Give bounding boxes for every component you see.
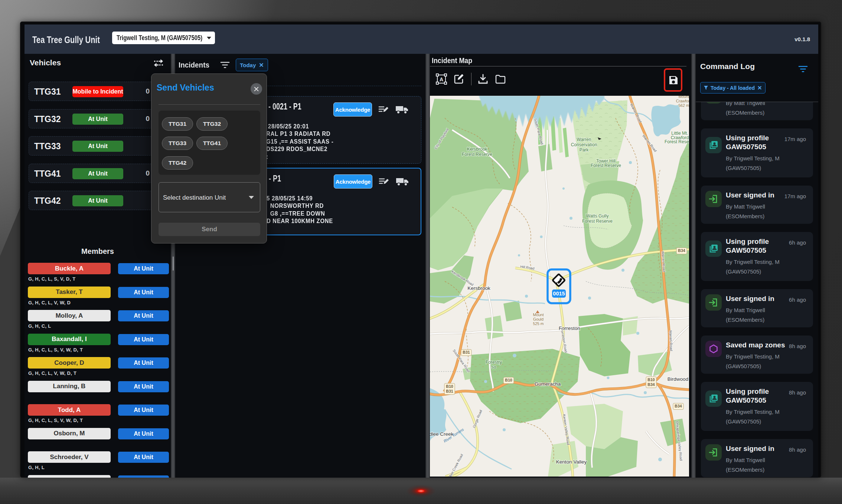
profile-selector[interactable]: Trigwell Testing, M (GAW507505) (112, 32, 215, 44)
select-text-tool-icon[interactable]: A (436, 73, 447, 85)
map-label: Warren Road (669, 330, 673, 351)
command-log-panel: Command Log Today - All loaded ✕ By Matt… (696, 54, 818, 478)
map-panel-title: Incident Map (432, 56, 472, 65)
vehicle-status-chip[interactable]: At Unit (72, 168, 123, 179)
vehicle-row[interactable]: TTG42 At Unit (29, 191, 167, 210)
log-entry-time: 6h ago (789, 239, 806, 246)
log-entry-by: By Matt Trigwell(ESOMembers) (726, 102, 785, 118)
log-entry-title: User signed in (726, 294, 785, 303)
vehicles-members-panel: Vehicles TTG31 Mobile to Incident 0TTG32… (25, 54, 171, 478)
member-name-chip[interactable]: Tasker, T (28, 287, 111, 298)
folder-icon[interactable] (495, 73, 506, 85)
member-name-chip[interactable]: Cooper, D (28, 357, 111, 369)
truck-icon[interactable] (396, 177, 409, 187)
send-vehicles-title: Send Vehicles (157, 83, 214, 93)
log-entry[interactable]: Using profile GAW507505 By Trigwell Test… (701, 382, 813, 431)
incidents-today-chip[interactable]: Today ✕ (236, 59, 268, 71)
member-row: Osborn, M At Unit (25, 428, 171, 451)
log-filter-chip[interactable]: Today - All loaded ✕ (700, 82, 766, 94)
vehicle-status-chip[interactable]: Mobile to Incident (72, 86, 123, 97)
member-name-chip[interactable]: Lanning, B (28, 381, 111, 392)
vehicle-row[interactable]: TTG33 At Unit (29, 136, 167, 156)
member-status-button[interactable]: At Unit (118, 405, 169, 416)
member-name-chip[interactable]: Molloy, A (28, 310, 111, 321)
member-qualifications: G, H, C, L, V, W, D (28, 300, 71, 305)
member-name-chip[interactable]: Baxandall, I (28, 334, 111, 345)
incident-map[interactable]: KersbrookForrestonGumerachaBirdwoodKento… (430, 96, 689, 477)
svg-text:B31: B31 (463, 350, 470, 354)
vehicle-name: TTG31 (34, 87, 61, 97)
caret-down-icon (207, 37, 211, 39)
member-name-chip[interactable]: Schroeder, V (28, 451, 111, 463)
vehicle-status-chip[interactable]: At Unit (72, 114, 123, 125)
login-icon (705, 102, 722, 104)
send-button[interactable]: Send (159, 223, 260, 236)
log-entry[interactable]: User signed in By Matt Trigwell(ESOMembe… (701, 289, 813, 327)
member-status-button[interactable]: At Unit (118, 381, 169, 392)
vehicle-status-chip[interactable]: At Unit (72, 195, 123, 206)
truck-icon[interactable] (395, 105, 409, 115)
log-entry[interactable]: Using profile GAW507505 By Trigwell Test… (701, 128, 813, 177)
vehicle-select-chip[interactable]: TTG42 (162, 156, 193, 170)
vehicle-chip-container: TTG31TTG32TTG33TTG41TTG42 (159, 111, 260, 175)
member-row: Todd, A At Unit G, H, C, L, S, V, W, D, … (25, 404, 171, 428)
panel-resizer-2[interactable] (425, 54, 430, 478)
save-map-button-highlighted[interactable] (664, 68, 682, 92)
member-name-chip[interactable]: Buckle, A (28, 263, 111, 274)
vehicle-select-chip[interactable]: TTG31 (162, 117, 193, 131)
log-filter-chip-close-icon[interactable]: ✕ (757, 85, 762, 91)
map-label: Watts GullyForest Reserve (582, 213, 613, 224)
log-entry[interactable]: User signed in By Matt Trigwell(ESOMembe… (701, 186, 813, 224)
profile-icon (705, 137, 722, 153)
member-status-button[interactable]: At Unit (118, 263, 169, 274)
incidents-filter-icon[interactable] (220, 61, 230, 69)
member-row: Baxandall, I At Unit G, H, C, L, S, V, W… (25, 334, 171, 357)
panel-resizer-3[interactable] (691, 54, 696, 478)
edit-map-tool-icon[interactable] (453, 73, 464, 85)
member-status-button[interactable]: At Unit (118, 357, 169, 369)
login-icon (705, 444, 722, 461)
member-status-button[interactable]: At Unit (118, 428, 169, 439)
svg-text:B10: B10 (505, 378, 512, 382)
app-window: Tea Tree Gully Unit Trigwell Testing, M … (25, 24, 818, 478)
transfer-vehicles-icon[interactable] (153, 58, 164, 68)
acknowledge-button[interactable]: Acknowledge (333, 102, 372, 117)
destination-unit-select[interactable]: Select destination Unit (159, 182, 260, 212)
members-panel-title: Members (25, 247, 171, 256)
acknowledge-button[interactable]: Acknowledge (334, 174, 372, 189)
log-entry[interactable]: By Matt Trigwell(ESOMembers) (701, 102, 813, 120)
member-status-button[interactable]: At Unit (118, 287, 169, 298)
member-name-chip[interactable]: Todd, A (28, 404, 111, 416)
modal-close-button[interactable] (251, 83, 262, 95)
vehicle-row[interactable]: TTG41 At Unit 0 (29, 164, 167, 183)
incident-title: - P1 (269, 174, 281, 184)
vehicle-row[interactable]: TTG32 At Unit 0 (29, 109, 167, 128)
command-log-scroll[interactable]: By Matt Trigwell(ESOMembers) Using profi… (696, 102, 818, 478)
log-entry-by: By Trigwell Testing, M(GAW507505) (726, 407, 785, 426)
log-entry[interactable]: User signed in By Matt Trigwell(ESOMembe… (701, 439, 813, 477)
incident-details: 28/05/25 20:01 RAL P1 3 RADIATA RD G15 ,… (266, 123, 333, 161)
app-version: v0.1.8 (794, 36, 810, 42)
log-entry[interactable]: Using profile GAW507505 By Trigwell Test… (701, 232, 813, 281)
incidents-today-chip-close-icon[interactable]: ✕ (259, 62, 264, 69)
log-entry[interactable]: Saved map zones By Trigwell Testing, M(G… (701, 336, 813, 374)
vehicle-select-chip[interactable]: TTG41 (196, 137, 228, 150)
command-log-filter-icon[interactable] (798, 65, 808, 73)
member-row: Cooper, D At Unit G, H, C, L, V, W, D, T (25, 357, 171, 380)
download-icon[interactable] (477, 73, 489, 85)
edit-note-icon[interactable] (378, 105, 389, 115)
member-name-chip[interactable] (28, 475, 111, 478)
member-status-button[interactable]: At Unit (118, 475, 169, 478)
member-status-button[interactable]: At Unit (118, 452, 169, 463)
vehicle-select-chip[interactable]: TTG33 (162, 137, 193, 150)
vehicle-status-chip[interactable]: At Unit (72, 141, 123, 152)
edit-note-icon[interactable] (379, 177, 390, 187)
member-name-chip[interactable]: Osborn, M (28, 428, 111, 439)
member-list-scrollbar[interactable] (173, 256, 174, 271)
member-status-button[interactable]: At Unit (118, 310, 169, 321)
member-status-button[interactable]: At Unit (118, 334, 169, 345)
member-qualifications: G, H, C, L, S, V, W, D, T (28, 418, 83, 423)
vehicle-row[interactable]: TTG31 Mobile to Incident 0 (29, 82, 167, 101)
vehicle-select-chip[interactable]: TTG32 (196, 117, 228, 131)
vehicle-name: TTG41 (34, 169, 61, 179)
